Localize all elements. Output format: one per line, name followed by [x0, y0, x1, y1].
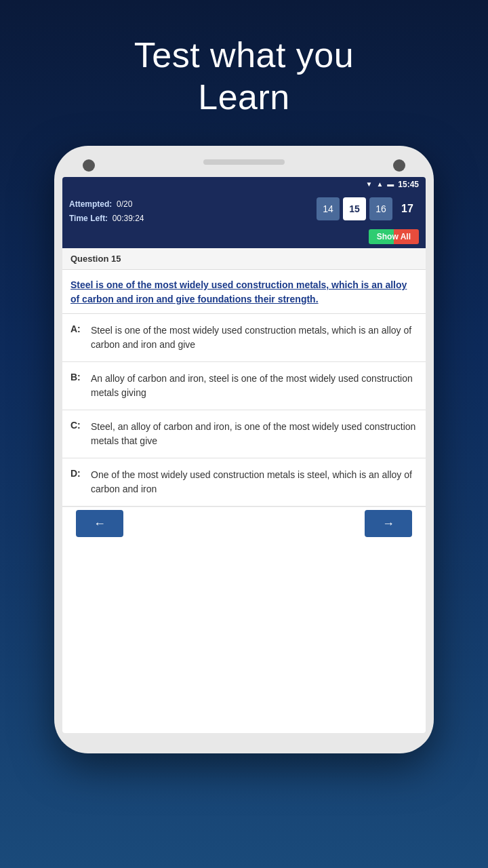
signal-icon: ▲	[376, 180, 383, 188]
attempted-label: Attempted:	[69, 199, 112, 209]
header-title-line2: Learn	[198, 77, 290, 117]
header-title-line1: Test what you	[134, 35, 354, 75]
q-num-15[interactable]: 15	[343, 197, 366, 220]
option-b[interactable]: B: An alloy of carbon and iron, steel is…	[62, 362, 426, 410]
quiz-stats-left: Attempted: 0/20 Time Left: 00:39:24	[69, 197, 144, 226]
q-num-16[interactable]: 16	[369, 197, 392, 220]
option-d[interactable]: D: One of the most widely used construct…	[62, 458, 426, 507]
option-c-text: Steel, an alloy of carbon and iron, is o…	[91, 420, 418, 448]
prev-icon: ←	[94, 517, 106, 531]
question-numbers: 14 15 16 17	[317, 197, 419, 220]
prev-button[interactable]: ←	[76, 510, 123, 537]
question-label: Question 15	[62, 248, 426, 270]
battery-icon: ▬	[387, 180, 394, 188]
question-text: Steel is one of the most widely used con…	[62, 270, 426, 314]
show-all-row: Show All	[69, 229, 419, 244]
option-b-letter: B:	[70, 372, 84, 382]
option-d-text: One of the most widely used construction…	[91, 468, 418, 496]
page-header: Test what you Learn	[134, 0, 354, 119]
show-all-button[interactable]: Show All	[369, 229, 419, 244]
q-num-17[interactable]: 17	[396, 197, 419, 220]
option-a[interactable]: A: Steel is one of the most widely used …	[62, 314, 426, 362]
status-bar: ▼ ▲ ▬ 15:45	[62, 177, 426, 192]
time-left-label: Time Left:	[69, 214, 108, 223]
status-time: 15:45	[398, 180, 419, 189]
phone-front-camera	[83, 159, 95, 172]
next-icon: →	[382, 517, 394, 531]
option-a-text: Steel is one of the most widely used con…	[91, 323, 418, 352]
next-button[interactable]: →	[365, 510, 412, 537]
option-d-letter: D:	[70, 468, 84, 479]
option-a-letter: A:	[70, 323, 84, 334]
phone-speaker	[203, 159, 285, 165]
quiz-header: Attempted: 0/20 Time Left: 00:39:24 14 1…	[62, 192, 426, 248]
attempted-value: 0/20	[117, 199, 132, 209]
phone-top-bar	[62, 159, 426, 172]
option-c-letter: C:	[70, 420, 84, 431]
q-num-14[interactable]: 14	[317, 197, 340, 220]
phone-mockup: ▼ ▲ ▬ 15:45 Attempted: 0/20 Time Left: 0…	[54, 146, 434, 753]
time-left-value: 00:39:24	[113, 214, 144, 223]
nav-bar: ← →	[62, 507, 426, 540]
phone-screen: ▼ ▲ ▬ 15:45 Attempted: 0/20 Time Left: 0…	[62, 177, 426, 733]
option-c[interactable]: C: Steel, an alloy of carbon and iron, i…	[62, 410, 426, 458]
option-b-text: An alloy of carbon and iron, steel is on…	[91, 372, 418, 400]
wifi-icon: ▼	[365, 180, 372, 188]
phone-sensor	[393, 159, 405, 172]
quiz-stats: Attempted: 0/20 Time Left: 00:39:24 14 1…	[69, 197, 419, 226]
